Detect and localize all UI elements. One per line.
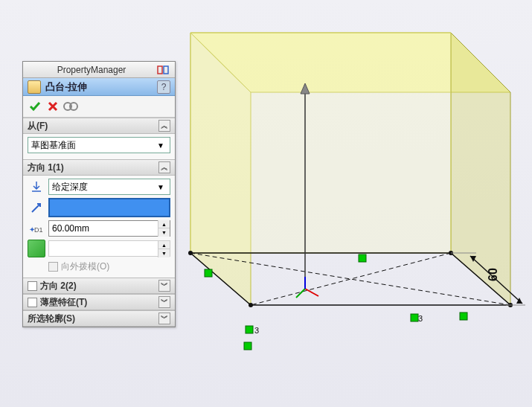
pm-header: PropertyManager [23,62,175,78]
action-buttons [23,96,175,118]
end-condition-value: 给定深度 [52,181,155,193]
depth-icon: ✦D1 [28,220,45,237]
expand-icon[interactable]: ︾ [158,296,170,308]
end-condition-dropdown[interactable]: 给定深度 ▼ [48,179,170,195]
svg-marker-3 [190,33,451,253]
svg-line-11 [305,289,318,296]
depth-value: 60.00mm [49,223,158,234]
section-thin-header[interactable]: 薄壁特征(T) ︾ [23,294,175,310]
draft-icon[interactable] [28,240,45,257]
section-from-title: 从(F) [28,120,158,132]
section-from-header[interactable]: 从(F) ︽ [23,118,175,134]
section-from-body: 草图基准面 ▼ [23,134,175,159]
svg-line-6 [251,253,451,305]
spin-down-icon[interactable]: ▼ [158,249,170,257]
svg-marker-2 [451,33,510,305]
expand-icon[interactable]: ︾ [158,313,170,324]
svg-rect-29 [164,66,168,74]
expand-icon[interactable]: ︾ [158,280,170,292]
svg-text:3: 3 [418,314,423,323]
section-contours-header[interactable]: 所选轮廓(S) ︾ [23,310,175,327]
svg-text:3: 3 [254,326,259,335]
dir2-enable-checkbox[interactable] [28,281,37,291]
svg-point-7 [188,251,193,255]
thin-enable-checkbox[interactable] [28,298,37,307]
spin-up-icon[interactable]: ▲ [158,220,170,228]
collapse-icon[interactable]: ︽ [158,120,170,132]
feature-title-bar: 凸台-拉伸 ? [23,78,175,96]
from-condition-value: 草图基准面 [31,139,155,152]
ok-button[interactable] [28,99,42,114]
extrude-preview [190,33,510,305]
section-dir1-header[interactable]: 方向 1(1) ︽ [23,159,175,176]
section-contours-title: 所选轮廓(S) [28,313,158,325]
reverse-direction-icon[interactable] [28,179,45,195]
extrude-icon [28,80,41,94]
help-button[interactable]: ? [157,80,170,94]
spin-down-icon[interactable]: ▼ [158,228,170,237]
property-manager-panel: PropertyManager 凸台-拉伸 ? 从(F) ︽ 草图基准面 ▼ [22,61,176,327]
draft-outward-label: 向外拨模(O) [61,260,109,273]
svg-rect-19 [246,326,253,333]
svg-text:60: 60 [487,268,499,281]
svg-rect-16 [411,314,418,321]
draft-angle-input[interactable]: ▲ ▼ [48,240,170,257]
section-dir1-body: 给定深度 ▼ ✦D1 60.00mm ▲ ▼ [23,176,175,278]
direction-selection-box[interactable] [48,198,170,217]
pm-title: PropertyManager [28,65,156,75]
section-thin-title: 薄壁特征(T) [40,296,158,309]
feature-name: 凸台-拉伸 [45,80,157,94]
section-dir1-title: 方向 1(1) [28,161,158,174]
svg-rect-18 [244,342,251,350]
origin-marker [296,277,318,298]
chevron-down-icon: ▼ [155,183,167,191]
cancel-button[interactable] [45,99,60,114]
direction-vector-icon[interactable] [28,199,45,216]
pin-icon[interactable] [156,65,170,75]
chevron-down-icon: ▼ [155,141,167,150]
section-dir2-title: 方向 2(2) [40,280,158,292]
collapse-icon[interactable]: ︽ [158,161,170,173]
depth-input[interactable]: 60.00mm ▲ ▼ [48,220,170,237]
svg-rect-28 [158,66,162,74]
detailed-preview-button[interactable] [63,99,78,114]
svg-rect-14 [205,269,212,277]
from-condition-dropdown[interactable]: 草图基准面 ▼ [28,137,170,153]
spin-up-icon[interactable]: ▲ [158,241,170,249]
svg-text:D1: D1 [34,226,43,234]
svg-rect-15 [359,254,366,262]
svg-point-10 [249,303,253,307]
svg-rect-17 [460,313,467,320]
section-dir2-header[interactable]: 方向 2(2) ︾ [23,278,175,294]
draft-outward-checkbox [48,262,58,272]
